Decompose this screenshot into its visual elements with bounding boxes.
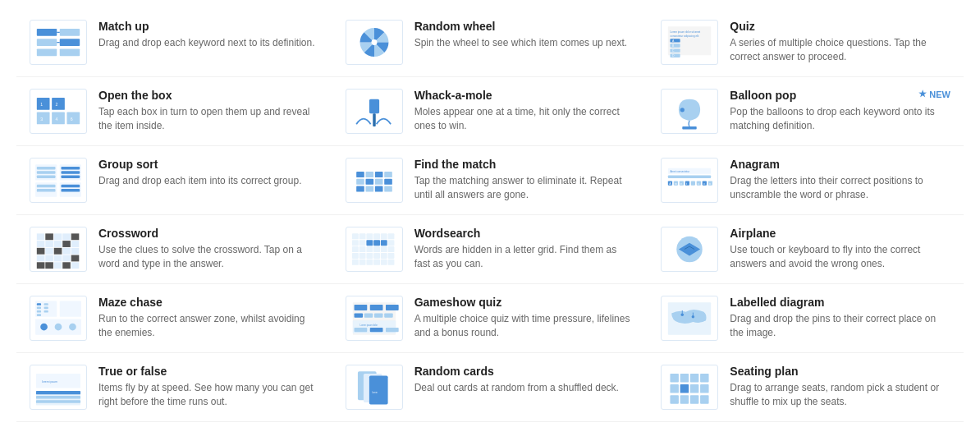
- activity-item-balloon-pop[interactable]: Balloon popPop the balloons to drop each…: [648, 77, 964, 146]
- svg-rect-37: [37, 171, 56, 173]
- svg-text:4: 4: [56, 116, 58, 121]
- activity-item-open-the-box[interactable]: 12346Open the boxTap each box in turn to…: [16, 77, 332, 146]
- svg-rect-133: [366, 246, 373, 252]
- svg-rect-45: [37, 189, 56, 191]
- svg-rect-157: [44, 306, 48, 309]
- activity-item-anagram[interactable]: Amet conAmet consecteturAnagramDrag the …: [648, 146, 964, 215]
- svg-rect-1: [37, 39, 57, 46]
- svg-rect-132: [359, 246, 365, 252]
- activity-item-labelled-diagram[interactable]: Labelled diagramDrag and drop the pins t…: [648, 284, 964, 353]
- open-the-box-icon: 12346: [30, 89, 87, 134]
- gameshow-quiz-title: Gameshow quiz: [414, 296, 635, 309]
- svg-rect-144: [359, 259, 365, 264]
- true-or-false-desc: Items fly by at speed. See how many you …: [98, 382, 313, 407]
- svg-rect-47: [61, 189, 80, 191]
- activity-item-whack-a-mole[interactable]: Whack-a-moleMoles appear one at a time, …: [332, 77, 648, 146]
- crossword-desc: Use the clues to solve the crossword. Ta…: [98, 244, 302, 269]
- svg-rect-87: [37, 241, 45, 247]
- svg-rect-152: [37, 303, 41, 305]
- random-wheel-title: Random wheel: [414, 20, 627, 33]
- svg-rect-94: [71, 241, 80, 247]
- gameshow-quiz-icon: Lorem ipsum dolor: [346, 296, 403, 341]
- svg-rect-59: [384, 186, 392, 191]
- svg-rect-137: [352, 252, 359, 258]
- svg-rect-192: [680, 373, 689, 381]
- svg-rect-135: [381, 246, 387, 252]
- svg-text:3: 3: [40, 116, 43, 121]
- wordsearch-desc: Words are hidden in a letter grid. Find …: [414, 244, 617, 269]
- svg-rect-146: [373, 259, 380, 264]
- svg-rect-44: [37, 184, 56, 186]
- airplane-icon: [661, 227, 718, 272]
- svg-rect-41: [61, 175, 80, 177]
- svg-rect-85: [71, 233, 80, 240]
- activity-item-wordsearch[interactable]: WordsearchWords are hidden in a letter g…: [332, 215, 648, 284]
- svg-rect-131: [352, 246, 359, 252]
- svg-rect-134: [373, 246, 380, 252]
- svg-rect-4: [60, 39, 80, 46]
- svg-rect-115: [54, 262, 62, 269]
- svg-rect-31: [373, 113, 375, 126]
- random-cards-title: Random cards: [414, 365, 619, 378]
- svg-rect-89: [45, 241, 53, 247]
- activity-grid: Match upDrag and drop each keyword next …: [16, 8, 964, 422]
- svg-rect-119: [352, 233, 359, 239]
- gameshow-quiz-desc: A multiple choice quiz with time pressur…: [414, 313, 630, 338]
- activity-item-maze-chase[interactable]: Maze chaseRun to the correct answer zone…: [16, 284, 332, 353]
- quiz-icon: Lorem ipsum dolor sit ametconsectetur ad…: [661, 20, 718, 65]
- random-cards-desc: Deal out cards at random from a shuffled…: [414, 382, 619, 393]
- svg-rect-123: [381, 233, 387, 239]
- quiz-desc: A series of multiple choice questions. T…: [730, 37, 926, 62]
- svg-rect-80: [45, 233, 53, 240]
- svg-rect-38: [37, 175, 56, 177]
- activity-item-random-wheel[interactable]: Random wheelSpin the wheel to see which …: [332, 8, 648, 77]
- seating-plan-desc: Drag to arrange seats, random pick a stu…: [730, 382, 939, 407]
- svg-rect-116: [62, 262, 71, 269]
- svg-rect-0: [37, 28, 57, 35]
- group-sort-title: Group sort: [98, 158, 301, 171]
- svg-text:c: c: [698, 182, 699, 186]
- random-wheel-desc: Spin the wheel to see which item comes u…: [414, 37, 627, 48]
- random-cards-icon: lorem: [346, 365, 403, 410]
- svg-rect-202: [700, 395, 708, 403]
- activity-item-quiz[interactable]: Lorem ipsum dolor sit ametconsectetur ad…: [648, 8, 964, 77]
- svg-rect-55: [384, 178, 392, 184]
- svg-rect-91: [54, 241, 62, 247]
- activity-item-match-up[interactable]: Match upDrag and drop each keyword next …: [16, 8, 332, 77]
- svg-rect-54: [375, 178, 383, 184]
- svg-rect-165: [369, 304, 382, 310]
- svg-rect-194: [700, 373, 708, 381]
- activity-item-crossword[interactable]: CrosswordUse the clues to solve the cros…: [16, 215, 332, 284]
- svg-rect-127: [366, 240, 373, 246]
- svg-rect-60: [668, 175, 711, 177]
- svg-rect-108: [54, 255, 62, 261]
- svg-rect-153: [37, 306, 41, 309]
- svg-rect-39: [61, 166, 80, 168]
- svg-text:Lorem ipsum dolor: Lorem ipsum dolor: [359, 324, 378, 327]
- svg-rect-147: [381, 259, 387, 264]
- svg-rect-22: [52, 97, 65, 109]
- activity-item-seating-plan[interactable]: Seating planDrag to arrange seats, rando…: [648, 353, 964, 422]
- svg-rect-97: [45, 247, 53, 254]
- activity-item-find-the-match[interactable]: Find the matchTap the matching answer to…: [332, 146, 648, 215]
- labelled-diagram-icon: [661, 296, 718, 341]
- svg-rect-195: [671, 384, 679, 393]
- group-sort-icon: [30, 158, 87, 203]
- svg-rect-199: [671, 395, 679, 403]
- svg-rect-3: [60, 28, 80, 35]
- svg-rect-145: [366, 259, 373, 264]
- svg-rect-170: [384, 313, 392, 317]
- activity-item-gameshow-quiz[interactable]: Lorem ipsum dolorGameshow quizA multiple…: [332, 284, 648, 353]
- svg-rect-124: [387, 233, 394, 239]
- anagram-icon: Amet conAmet consectetur: [661, 158, 718, 203]
- activity-item-airplane[interactable]: AirplaneUse touch or keyboard to fly int…: [648, 215, 964, 284]
- svg-rect-175: [386, 327, 399, 331]
- activity-item-random-cards[interactable]: loremRandom cardsDeal out cards at rando…: [332, 353, 648, 422]
- svg-rect-48: [356, 172, 364, 177]
- activity-item-group-sort[interactable]: Group sortDrag and drop each item into i…: [16, 146, 332, 215]
- group-sort-desc: Drag and drop each item into its correct…: [98, 175, 301, 186]
- activity-item-true-or-false[interactable]: lorem ipsumTrue or falseItems fly by at …: [16, 353, 332, 422]
- match-up-title: Match up: [98, 20, 314, 33]
- svg-rect-84: [62, 233, 71, 240]
- balloon-pop-desc: Pop the balloons to drop each keyword on…: [730, 106, 935, 131]
